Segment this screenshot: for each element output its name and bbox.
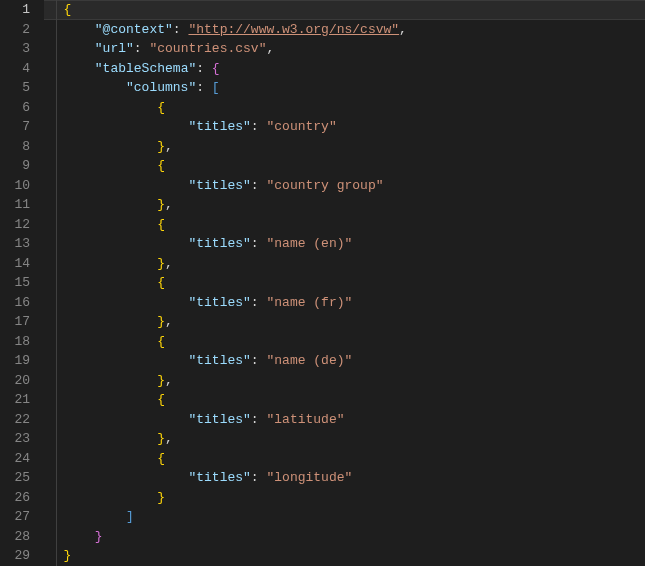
line-number: 19 xyxy=(0,351,30,371)
json-key: "@context" xyxy=(95,22,173,37)
line-number: 3 xyxy=(0,39,30,59)
brace-close: } xyxy=(157,314,165,329)
brace-open: { xyxy=(157,158,165,173)
brace-open: { xyxy=(64,2,72,17)
brace-close: } xyxy=(157,197,165,212)
json-string: "latitude" xyxy=(266,412,344,427)
line-number: 18 xyxy=(0,332,30,352)
json-string-url[interactable]: "http://www.w3.org/ns/csvw" xyxy=(188,22,399,37)
line-number: 22 xyxy=(0,410,30,430)
line-number: 4 xyxy=(0,59,30,79)
line-number: 10 xyxy=(0,176,30,196)
code-editor[interactable]: 1 2 3 4 5 6 7 8 9 10 11 12 13 14 15 16 1… xyxy=(0,0,645,566)
brace-close: } xyxy=(157,431,165,446)
line-number: 15 xyxy=(0,273,30,293)
line-number: 23 xyxy=(0,429,30,449)
brace-open: { xyxy=(157,100,165,115)
json-string: "name (en)" xyxy=(266,236,352,251)
brace-open: { xyxy=(157,451,165,466)
json-string: "longitude" xyxy=(266,470,352,485)
line-number: 11 xyxy=(0,195,30,215)
brace-close: } xyxy=(157,373,165,388)
json-key: "titles" xyxy=(188,119,250,134)
json-string: "countries.csv" xyxy=(149,41,266,56)
json-string: "country group" xyxy=(266,178,383,193)
line-number: 2 xyxy=(0,20,30,40)
brace-open: { xyxy=(157,334,165,349)
brace-open: { xyxy=(157,217,165,232)
json-key: "columns" xyxy=(126,80,196,95)
brace-open: { xyxy=(157,275,165,290)
json-key: "tableSchema" xyxy=(95,61,196,76)
line-number: 28 xyxy=(0,527,30,547)
line-number: 14 xyxy=(0,254,30,274)
brace-open: { xyxy=(212,61,220,76)
json-key: "titles" xyxy=(188,470,250,485)
brace-close: } xyxy=(157,256,165,271)
line-number: 17 xyxy=(0,312,30,332)
json-key: "titles" xyxy=(188,412,250,427)
brace-close: } xyxy=(64,548,72,563)
line-number: 6 xyxy=(0,98,30,118)
line-number: 13 xyxy=(0,234,30,254)
json-key: "titles" xyxy=(188,236,250,251)
line-number: 25 xyxy=(0,468,30,488)
brace-close: } xyxy=(157,490,165,505)
line-number: 24 xyxy=(0,449,30,469)
json-string: "name (fr)" xyxy=(266,295,352,310)
line-number: 29 xyxy=(0,546,30,566)
line-number: 1 xyxy=(0,0,30,20)
bracket-close: ] xyxy=(126,509,134,524)
json-string: "name (de)" xyxy=(266,353,352,368)
line-number: 8 xyxy=(0,137,30,157)
line-number: 27 xyxy=(0,507,30,527)
brace-close: } xyxy=(95,529,103,544)
json-key: "titles" xyxy=(188,295,250,310)
json-string: "country" xyxy=(266,119,336,134)
brace-open: { xyxy=(157,392,165,407)
json-key: "url" xyxy=(95,41,134,56)
brace-close: } xyxy=(157,139,165,154)
line-number: 26 xyxy=(0,488,30,508)
line-number-gutter: 1 2 3 4 5 6 7 8 9 10 11 12 13 14 15 16 1… xyxy=(0,0,44,566)
json-key: "titles" xyxy=(188,178,250,193)
line-number: 5 xyxy=(0,78,30,98)
code-area[interactable]: { "@context": "http://www.w3.org/ns/csvw… xyxy=(44,0,645,566)
json-key: "titles" xyxy=(188,353,250,368)
code-content: { "@context": "http://www.w3.org/ns/csvw… xyxy=(48,0,645,566)
line-number: 7 xyxy=(0,117,30,137)
line-number: 12 xyxy=(0,215,30,235)
bracket-open: [ xyxy=(212,80,220,95)
line-number: 21 xyxy=(0,390,30,410)
line-number: 20 xyxy=(0,371,30,391)
line-number: 9 xyxy=(0,156,30,176)
line-number: 16 xyxy=(0,293,30,313)
